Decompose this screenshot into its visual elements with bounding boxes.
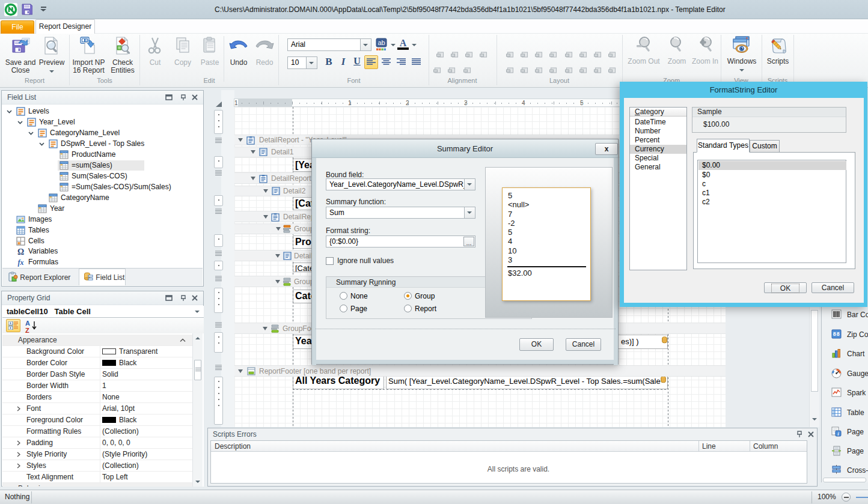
svg-text:fx: fx [18,258,24,267]
svg-text:Ω: Ω [17,247,24,256]
svg-text:ab: ab [377,39,385,46]
svg-text:8: 8 [833,332,836,338]
svg-text:8: 8 [837,332,840,338]
